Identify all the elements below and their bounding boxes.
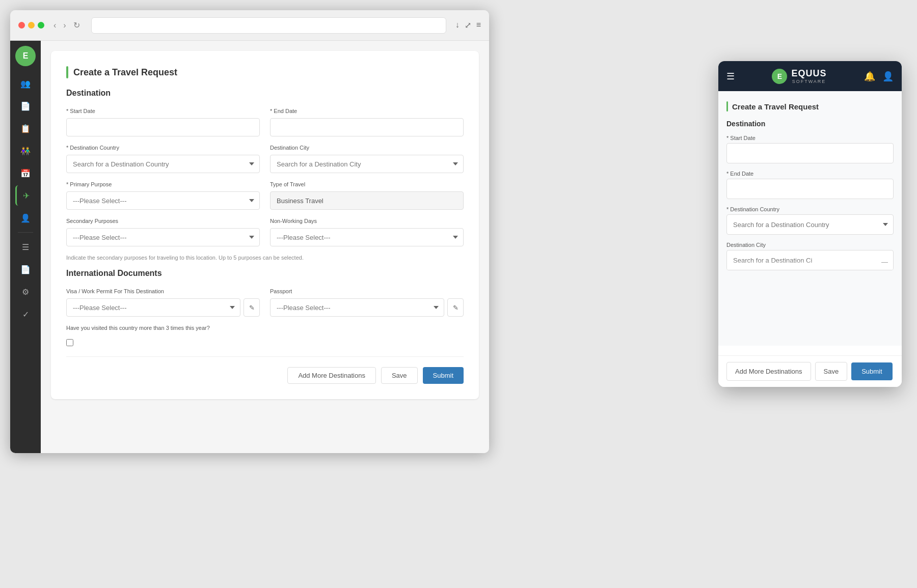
sidebar-item-file[interactable]: 📄 xyxy=(15,259,36,279)
secondary-purposes-wrapper: ---Please Select--- xyxy=(66,228,260,246)
sidebar: E 👥 📄 📋 👫 📅 ✈ 👤 ☰ 📄 ⚙ ✓ xyxy=(10,41,41,453)
passport-edit-button[interactable]: ✎ xyxy=(447,298,464,317)
mobile-menu-icon[interactable]: ☰ xyxy=(726,71,735,82)
mobile-page-title: Create a Travel Request xyxy=(732,102,819,111)
type-of-travel-value: Business Travel xyxy=(270,191,464,210)
sidebar-item-tasks[interactable]: ☰ xyxy=(15,237,36,257)
type-of-travel-group: Type of Travel Business Travel xyxy=(270,181,464,210)
mobile-destination-country-label: * Destination Country xyxy=(726,206,894,212)
intl-docs-section-title: International Documents xyxy=(66,269,464,278)
primary-purpose-select[interactable]: ---Please Select--- xyxy=(66,191,260,210)
destination-city-group: Destination City Search for a Destinatio… xyxy=(270,145,464,173)
start-date-input[interactable] xyxy=(66,118,260,136)
mobile-logo-sub: SOFTWARE xyxy=(791,79,826,84)
secondary-purposes-group: Secondary Purposes ---Please Select--- xyxy=(66,218,260,246)
mobile-destination-city-text: Search for a Destination Ci xyxy=(733,257,812,264)
mobile-start-date-label: * Start Date xyxy=(726,135,894,141)
start-date-group: * Start Date xyxy=(66,108,260,136)
mobile-start-date-input[interactable] xyxy=(726,143,894,163)
secondary-row: Secondary Purposes ---Please Select--- N… xyxy=(66,218,464,246)
sidebar-item-travel[interactable]: ✈ xyxy=(15,185,36,206)
browser-toolbar: ‹ › ↻ ↓ ⤢ ≡ xyxy=(10,10,489,41)
mobile-logo-icon: E xyxy=(772,69,787,84)
page-title: Create a Travel Request xyxy=(73,67,177,78)
non-working-days-group: Non-Working Days ---Please Select--- xyxy=(270,218,464,246)
form-actions: Add More Destinations Save Submit xyxy=(66,356,464,384)
visited-checkbox[interactable] xyxy=(66,339,73,346)
destination-city-label: Destination City xyxy=(270,145,464,151)
sidebar-logo: E xyxy=(15,46,36,66)
mobile-destination-country-group: * Destination Country Search for a Desti… xyxy=(726,206,894,235)
address-bar[interactable] xyxy=(91,17,446,34)
destination-country-wrapper: Search for a Destination Country xyxy=(66,155,260,173)
secondary-purposes-select[interactable]: ---Please Select--- xyxy=(66,228,260,246)
main-content: Create a Travel Request Destination * St… xyxy=(41,41,489,453)
page-card: Create a Travel Request Destination * St… xyxy=(51,51,479,399)
mobile-save-button[interactable]: Save xyxy=(815,362,848,381)
mobile-end-date-input[interactable] xyxy=(726,179,894,199)
back-button[interactable]: ‹ xyxy=(51,18,58,32)
non-working-days-select[interactable]: ---Please Select--- xyxy=(270,228,464,246)
mobile-destination-city-partial[interactable]: Search for a Destination Ci — xyxy=(726,250,894,270)
passport-select[interactable]: ---Please Select--- xyxy=(270,298,444,317)
sidebar-item-check[interactable]: ✓ xyxy=(15,304,36,324)
mobile-logo-text-group: EQUUS SOFTWARE xyxy=(791,68,826,84)
mobile-start-date-group: * Start Date xyxy=(726,135,894,163)
download-icon: ↓ xyxy=(455,20,460,30)
mobile-destination-country-select[interactable]: Search for a Destination Country xyxy=(726,214,894,235)
nav-controls: ‹ › ↻ xyxy=(51,18,82,32)
mobile-overlay: ☰ E EQUUS SOFTWARE 🔔 👤 Create a Travel R… xyxy=(718,61,902,387)
visa-input-wrapper: ---Please Select--- ✎ xyxy=(66,298,260,317)
sidebar-item-group[interactable]: 👫 xyxy=(15,141,36,161)
destination-city-wrapper: Search for a Destination City xyxy=(270,155,464,173)
visited-label: Have you visited this country more than … xyxy=(66,325,464,331)
minimize-dot[interactable] xyxy=(28,22,35,29)
mobile-submit-button[interactable]: Submit xyxy=(851,362,892,380)
refresh-button[interactable]: ↻ xyxy=(71,18,82,32)
secondary-hint: Indicate the secondary purposes for trav… xyxy=(66,255,464,261)
mobile-add-more-button[interactable]: Add More Destinations xyxy=(726,362,811,381)
sidebar-item-people[interactable]: 👥 xyxy=(15,73,36,94)
browser-content: E 👥 📄 📋 👫 📅 ✈ 👤 ☰ 📄 ⚙ ✓ Create a Travel … xyxy=(10,41,489,453)
menu-icon: ≡ xyxy=(476,20,481,30)
window-controls xyxy=(18,22,44,29)
destination-country-select[interactable]: Search for a Destination Country xyxy=(66,155,260,173)
title-accent xyxy=(66,66,68,78)
end-date-label: * End Date xyxy=(270,108,464,114)
purpose-row: * Primary Purpose ---Please Select--- Ty… xyxy=(66,181,464,210)
maximize-dot[interactable] xyxy=(38,22,44,29)
mobile-header-actions: 🔔 👤 xyxy=(864,71,894,82)
destination-section-title: Destination xyxy=(66,89,464,98)
forward-button[interactable]: › xyxy=(61,18,68,32)
mobile-end-date-label: * End Date xyxy=(726,171,894,177)
secondary-purposes-label: Secondary Purposes xyxy=(66,218,260,224)
browser-window: ‹ › ↻ ↓ ⤢ ≡ E 👥 📄 📋 👫 📅 ✈ 👤 ☰ 📄 ⚙ ✓ xyxy=(10,10,489,453)
mobile-logo: E EQUUS SOFTWARE xyxy=(772,68,826,84)
mobile-destination-city-chevron: — xyxy=(881,258,888,266)
end-date-input[interactable] xyxy=(270,118,464,136)
add-more-destinations-button[interactable]: Add More Destinations xyxy=(287,367,376,384)
passport-label: Passport xyxy=(270,288,464,294)
sidebar-item-list[interactable]: 📋 xyxy=(15,118,36,138)
close-dot[interactable] xyxy=(18,22,25,29)
non-working-days-label: Non-Working Days xyxy=(270,218,464,224)
date-row: * Start Date * End Date xyxy=(66,108,464,136)
sidebar-item-settings[interactable]: ⚙ xyxy=(15,282,36,302)
passport-input-wrapper: ---Please Select--- ✎ xyxy=(270,298,464,317)
submit-button[interactable]: Submit xyxy=(423,367,464,384)
mobile-destination-city-group: Destination City Search for a Destinatio… xyxy=(726,242,894,270)
mobile-content: Create a Travel Request Destination * St… xyxy=(718,91,902,346)
sidebar-divider xyxy=(18,232,33,233)
mobile-profile-icon[interactable]: 👤 xyxy=(882,71,894,82)
destination-city-select[interactable]: Search for a Destination City xyxy=(270,155,464,173)
save-button[interactable]: Save xyxy=(381,367,418,384)
sidebar-item-document[interactable]: 📄 xyxy=(15,96,36,116)
sidebar-item-calendar[interactable]: 📅 xyxy=(15,163,36,183)
visa-edit-button[interactable]: ✎ xyxy=(244,298,260,317)
end-date-group: * End Date xyxy=(270,108,464,136)
mobile-notification-icon[interactable]: 🔔 xyxy=(864,71,875,82)
visa-select[interactable]: ---Please Select--- xyxy=(66,298,240,317)
sidebar-item-user[interactable]: 👤 xyxy=(15,208,36,228)
fullscreen-icon: ⤢ xyxy=(465,20,471,30)
start-date-label: * Start Date xyxy=(66,108,260,114)
